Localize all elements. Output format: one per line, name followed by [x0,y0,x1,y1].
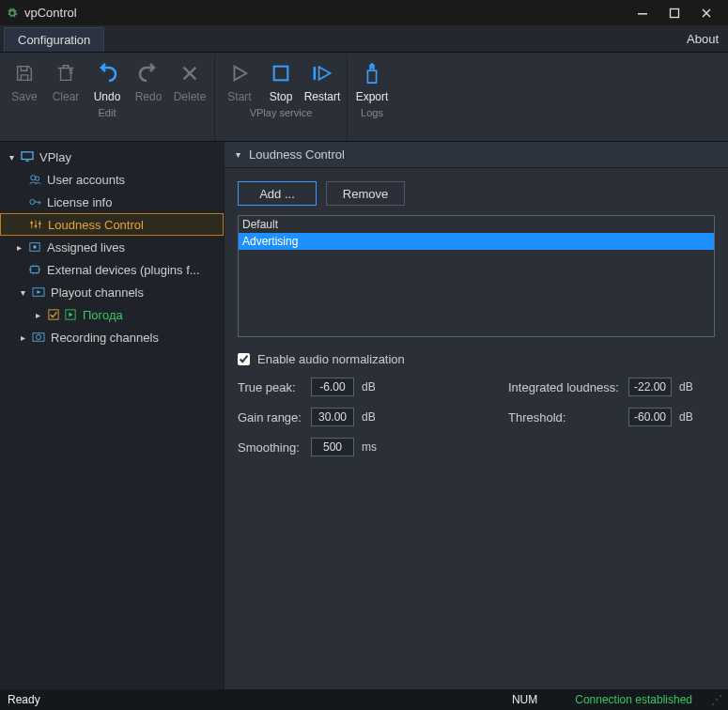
svg-rect-8 [30,222,33,224]
svg-rect-10 [39,223,41,224]
restart-button[interactable]: Restart [302,56,343,105]
add-button[interactable]: Add ... [238,181,317,206]
check-icon [45,309,62,320]
users-icon [26,174,43,185]
integrated-loudness-label: Integrated loudness: [508,380,621,394]
status-num: NUM [512,693,537,706]
svg-rect-0 [638,13,647,15]
delete-icon [177,60,203,86]
ribbon: Save Clear Undo Redo Delete Edit [0,53,728,142]
play-icon [226,60,253,86]
tree-node-recording-channels[interactable]: ▸ Recording channels [0,326,224,348]
start-button[interactable]: Start [219,56,260,105]
window-title: vpControl [24,6,627,20]
resize-grip-icon[interactable]: ⋰ [711,693,720,706]
record-icon [30,332,47,343]
stop-icon [268,60,294,86]
threshold-label: Threshold: [508,410,621,424]
tree-node-loudness-control[interactable]: Loudness Control [0,213,224,236]
chevron-right-icon[interactable]: ▸ [30,310,45,320]
about-link[interactable]: About [677,26,728,52]
delete-button[interactable]: Delete [169,56,210,105]
live-icon [26,241,43,253]
save-icon [11,60,38,86]
integrated-loudness-input[interactable] [628,378,672,396]
sidebar: ▾ VPlay User accounts License info Loudn… [0,142,224,689]
chevron-down-icon[interactable]: ▾ [15,287,30,298]
smoothing-label: Smoothing: [238,440,303,455]
redo-button[interactable]: Redo [128,56,169,105]
clear-button[interactable]: Clear [45,56,86,105]
enable-normalization-label: Enable audio normalization [257,352,405,366]
list-item[interactable]: Default [239,216,714,233]
menu-bar: Configuration About [0,26,728,53]
clear-icon [53,60,79,86]
svg-rect-3 [314,67,317,80]
tree-node-user-accounts[interactable]: User accounts [0,168,224,191]
gain-range-label: Gain range: [238,410,303,424]
stop-button[interactable]: Stop [260,56,302,105]
svg-point-5 [31,176,36,180]
play-small-icon [62,309,79,320]
smoothing-input[interactable] [311,438,354,456]
svg-point-18 [36,334,40,339]
tree-node-vplay[interactable]: ▾ VPlay [0,146,224,168]
gain-range-input[interactable] [311,408,354,426]
svg-point-7 [30,199,35,204]
content-pane: ▾ Loudness Control Add ... Remove Defaul… [224,142,728,689]
ribbon-group-edit: Edit [4,105,210,122]
titlebar: vpControl [0,0,728,26]
export-icon [359,60,385,86]
undo-button[interactable]: Undo [86,56,128,105]
remove-button[interactable]: Remove [326,181,405,206]
sliders-icon [27,219,44,230]
tab-configuration[interactable]: Configuration [4,27,104,52]
tree-node-external-devices[interactable]: External devices (plugins f... [0,258,224,281]
playout-icon [30,286,47,298]
key-icon [26,196,43,208]
minimize-button[interactable] [627,0,658,26]
save-button[interactable]: Save [4,56,45,105]
svg-rect-1 [671,8,679,17]
svg-point-12 [33,245,36,248]
export-button[interactable]: Export [351,56,393,105]
ribbon-group-vplay: VPlay service [219,105,343,122]
svg-rect-15 [49,310,58,319]
tree-node-license-info[interactable]: License info [0,191,224,213]
plugin-icon [26,264,43,275]
monitor-icon [19,151,36,162]
redo-icon [135,60,162,86]
close-button[interactable] [690,0,722,26]
status-ready: Ready [8,693,40,706]
undo-icon [94,60,120,86]
svg-rect-2 [274,67,288,81]
list-item[interactable]: Advertising [239,233,714,250]
enable-normalization-checkbox[interactable] [238,353,250,365]
ribbon-group-logs: Logs [351,105,393,122]
chevron-down-icon[interactable]: ▾ [230,149,245,160]
svg-rect-9 [35,225,38,227]
restart-icon [309,60,335,86]
maximize-button[interactable] [658,0,690,26]
pane-title: Loudness Control [249,147,345,162]
gear-icon [6,7,19,20]
tree-node-pogoda[interactable]: ▸ Погода [0,303,224,326]
true-peak-input[interactable] [311,378,354,396]
chevron-right-icon[interactable]: ▸ [11,242,26,253]
status-bar: Ready NUM Connection established ⋰ [0,689,728,710]
chevron-down-icon[interactable]: ▾ [4,152,19,162]
chevron-right-icon[interactable]: ▸ [15,332,30,343]
true-peak-label: True peak: [238,380,303,394]
threshold-input[interactable] [628,408,672,426]
pane-header: ▾ Loudness Control [225,142,728,168]
tree-node-assigned-lives[interactable]: ▸ Assigned lives [0,236,224,258]
tree-node-playout-channels[interactable]: ▾ Playout channels [0,281,224,303]
status-connection: Connection established [575,693,692,706]
profile-list[interactable]: Default Advertising [238,215,715,337]
svg-rect-13 [31,267,39,273]
svg-rect-4 [22,152,33,160]
